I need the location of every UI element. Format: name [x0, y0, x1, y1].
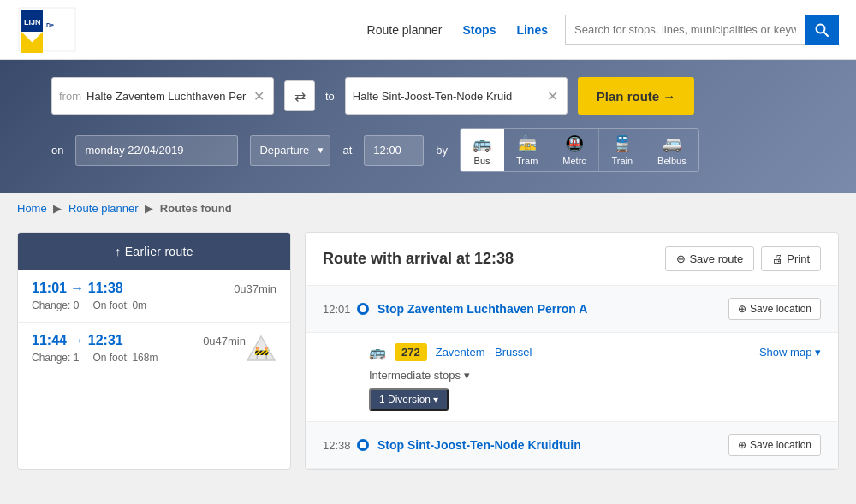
to-clear-button[interactable]: ✕ — [545, 88, 560, 104]
route-item-2[interactable]: 11:44 → 12:31 0u47min Change: 1 On foot:… — [18, 323, 290, 374]
header-actions: ⊕ Save route 🖨 Print — [665, 246, 821, 271]
transport-tram-button[interactable]: 🚋 Tram — [504, 129, 550, 171]
nav-lines[interactable]: Lines — [516, 23, 548, 37]
route-item-1[interactable]: 11:01 → 11:38 0u37min Change: 0 On foot:… — [18, 270, 290, 323]
breadcrumb-sep2: ▶ — [145, 202, 157, 215]
by-label: by — [436, 144, 448, 157]
belbus-icon: 🚐 — [663, 134, 681, 153]
save-route-icon: ⊕ — [676, 252, 686, 265]
to-label: to — [325, 90, 335, 103]
earlier-route-button[interactable]: ↑ Earlier route — [18, 233, 290, 270]
print-icon: 🖨 — [772, 252, 783, 265]
tram-icon: 🚋 — [518, 134, 537, 153]
bus-section: 🚌 272 Zaventem - Brussel Show map ▾ Inte… — [306, 333, 838, 422]
stop-2-name: Stop Sint-Joost-Ten-Node Kruidtuin — [377, 438, 728, 452]
train-icon: 🚆 — [613, 134, 632, 153]
stop-1-time: 12:01 — [323, 303, 357, 316]
search-input[interactable] — [565, 15, 805, 45]
route-2-duration: 0u47min — [203, 335, 246, 347]
date-input[interactable] — [75, 135, 238, 166]
nav-route-planner[interactable]: Route planner — [367, 23, 443, 37]
transport-metro-button[interactable]: 🚇 Metro — [550, 129, 599, 171]
to-input-wrap: ✕ — [345, 77, 568, 115]
save-location-1-icon: ⊕ — [738, 303, 746, 315]
svg-line-9 — [824, 32, 829, 36]
route-1-foot: On foot: 0m — [92, 299, 146, 311]
warning-icon: 🚧 — [246, 333, 276, 364]
route-2-foot: On foot: 168m — [92, 352, 158, 364]
show-map-button[interactable]: Show map ▾ — [759, 346, 821, 359]
breadcrumb-sep1: ▶ — [53, 202, 65, 215]
search-button[interactable] — [805, 15, 839, 45]
transport-belbus-button[interactable]: 🚐 Belbus — [645, 129, 698, 171]
save-location-2-icon: ⊕ — [738, 439, 746, 451]
diversion-label: 1 Diversion ▾ — [379, 394, 438, 406]
stop-row-2: 12:38 Stop Sint-Joost-Ten-Node Kruidtuin… — [306, 422, 838, 469]
breadcrumb-home[interactable]: Home — [17, 202, 47, 215]
departure-select[interactable]: Departure Arrival — [250, 135, 330, 166]
svg-text:De: De — [46, 22, 54, 28]
route-1-duration: 0u37min — [234, 282, 276, 295]
metro-label: Metro — [562, 156, 586, 166]
bus-icon: 🚌 — [473, 134, 491, 153]
save-location-1-label: Save location — [750, 303, 811, 315]
route-2-change: Change: 1 — [32, 352, 79, 364]
hero-section: from ✕ ⇄ to ✕ Plan route → on Departure … — [0, 60, 856, 193]
from-input[interactable] — [86, 90, 252, 103]
bus-line-row: 🚌 272 Zaventem - Brussel Show map ▾ — [369, 343, 821, 361]
breadcrumb-current: Routes found — [160, 202, 232, 215]
intermediate-stops-label: Intermediate stops ▾ — [369, 369, 470, 382]
plan-route-button[interactable]: Plan route → — [578, 77, 695, 115]
breadcrumb: Home ▶ Route planner ▶ Routes found — [0, 193, 856, 223]
diversion-button[interactable]: 1 Diversion ▾ — [369, 388, 449, 411]
belbus-label: Belbus — [657, 156, 687, 166]
to-input[interactable] — [353, 90, 545, 103]
stop-row-1: 12:01 Stop Zaventem Luchthaven Perron A … — [306, 286, 838, 333]
transport-train-button[interactable]: 🚆 Train — [599, 129, 645, 171]
from-label: from — [59, 90, 81, 103]
route-form: from ✕ ⇄ to ✕ Plan route → — [51, 77, 805, 115]
train-label: Train — [611, 156, 633, 166]
print-label: Print — [787, 252, 810, 265]
bus-label: Bus — [474, 156, 490, 166]
save-location-2-button[interactable]: ⊕ Save location — [728, 434, 821, 456]
route-2-times: 11:44 → 12:31 — [32, 333, 123, 348]
save-route-label: Save route — [689, 252, 743, 265]
nav-stops[interactable]: Stops — [463, 23, 496, 37]
from-input-wrap: from ✕ — [51, 77, 274, 115]
sidebar: ↑ Earlier route 11:01 → 11:38 0u37min Ch… — [17, 232, 291, 470]
line-badge: 272 — [395, 343, 427, 361]
time-input[interactable] — [364, 135, 424, 166]
route-arrival-title: Route with arrival at 12:38 — [323, 250, 514, 268]
swap-button[interactable]: ⇄ — [284, 80, 315, 111]
stop-1-dot — [357, 303, 369, 315]
from-clear-button[interactable]: ✕ — [252, 88, 266, 104]
search-bar — [565, 15, 839, 45]
svg-text:🚧: 🚧 — [254, 346, 270, 360]
route-1-change: Change: 0 — [32, 299, 79, 311]
on-label: on — [51, 144, 63, 157]
route-detail-header: Route with arrival at 12:38 ⊕ Save route… — [306, 233, 838, 286]
metro-icon: 🚇 — [565, 134, 584, 153]
intermediate-stops-button[interactable]: Intermediate stops ▾ — [369, 369, 470, 382]
main-content: ↑ Earlier route 11:01 → 11:38 0u37min Ch… — [0, 223, 856, 487]
route-options: on Departure Arrival ▼ at by 🚌 Bus 🚋 Tra… — [51, 128, 805, 172]
stop-2-dot — [357, 439, 369, 451]
transport-options: 🚌 Bus 🚋 Tram 🚇 Metro 🚆 Train 🚐 Belbus — [460, 128, 699, 172]
print-button[interactable]: 🖨 Print — [761, 246, 821, 271]
transport-bus-button[interactable]: 🚌 Bus — [461, 129, 504, 171]
header-nav: Route planner Stops Lines — [367, 23, 548, 37]
header: LIJN De Route planner Stops Lines — [0, 0, 856, 60]
route-detail-panel: Route with arrival at 12:38 ⊕ Save route… — [305, 232, 839, 470]
departure-select-wrap: Departure Arrival ▼ — [250, 135, 330, 166]
search-icon — [815, 23, 829, 37]
stop-2-time: 12:38 — [323, 439, 357, 452]
save-route-button[interactable]: ⊕ Save route — [665, 246, 754, 271]
save-location-1-button[interactable]: ⊕ Save location — [728, 298, 821, 320]
line-destination[interactable]: Zaventem - Brussel — [436, 346, 532, 359]
save-location-2-label: Save location — [750, 439, 811, 451]
tram-label: Tram — [516, 156, 538, 166]
breadcrumb-route-planner[interactable]: Route planner — [68, 202, 139, 215]
route-1-times: 11:01 → 11:38 — [32, 281, 123, 296]
bus-vehicle-icon: 🚌 — [369, 344, 386, 360]
